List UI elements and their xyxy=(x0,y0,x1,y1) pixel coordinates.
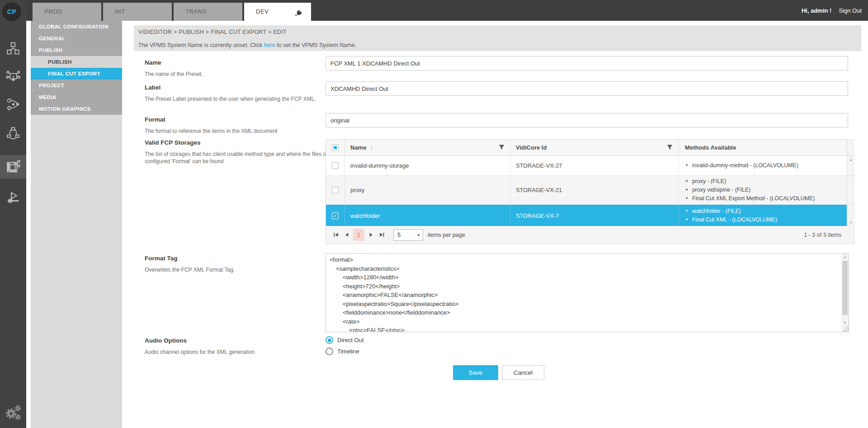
first-page-icon[interactable] xyxy=(330,230,341,240)
last-page-icon[interactable] xyxy=(376,230,387,240)
items-range-label: 1 - 3 of 3 items xyxy=(804,232,841,238)
scroll-down-icon[interactable]: ▼ xyxy=(841,321,849,325)
plug-icon xyxy=(294,7,303,25)
table-row[interactable]: proxy STORAGE-VX-21 proxy - (FILE) proxy… xyxy=(326,176,854,205)
items-per-page-label: items per page xyxy=(428,232,465,238)
tab-int[interactable]: INT xyxy=(103,3,172,21)
label-description: The Preset Label presented to the user w… xyxy=(145,95,350,103)
prev-page-icon[interactable] xyxy=(341,230,352,240)
table-scrollbar xyxy=(847,140,855,155)
page-size-select[interactable]: 5 ▼ xyxy=(393,229,423,241)
table-scrollbar[interactable]: ▲ xyxy=(847,156,855,175)
tab-trans[interactable]: TRANS xyxy=(174,3,242,21)
sidebar-item-project[interactable]: PROJECT xyxy=(31,80,122,91)
storages-label: Valid FCP Storages xyxy=(145,139,201,146)
row-checkbox[interactable] xyxy=(332,162,339,169)
format-tag-editor: <format> <samplecharacteristics> <width>… xyxy=(326,253,849,332)
top-bar: PROD INT TRANS DEV Hi, admin ! Sign Out xyxy=(0,0,868,21)
save-button[interactable]: Save xyxy=(453,365,498,380)
vpms-notice: The VPMS System Name is currently unset.… xyxy=(138,42,356,48)
filter-icon[interactable] xyxy=(499,145,505,151)
row-checkbox[interactable] xyxy=(332,187,339,193)
sort-asc-icon: ↑ xyxy=(370,144,373,151)
tab-prod[interactable]: PROD xyxy=(33,3,101,21)
sidebar-item-general[interactable]: GENERAL xyxy=(31,33,122,44)
user-greeting: Hi, admin ! xyxy=(802,7,831,14)
next-page-icon[interactable] xyxy=(365,230,376,240)
name-input[interactable] xyxy=(326,56,848,71)
table-scrollbar[interactable]: ▼ xyxy=(847,205,855,226)
user-area: Hi, admin ! Sign Out xyxy=(802,0,862,21)
video-editor-icon[interactable] xyxy=(0,155,26,179)
sidebar-item-motion-graphics[interactable]: MOTION GRAPHICS xyxy=(31,103,122,115)
column-header-methods: Methods Available xyxy=(679,140,847,155)
format-label: Format xyxy=(145,116,165,123)
interactive-config-icon[interactable] xyxy=(0,65,26,89)
sign-out-link[interactable]: Sign Out xyxy=(839,7,862,14)
sidebar-item-publish[interactable]: PUBLISH xyxy=(31,44,122,56)
filter-icon[interactable] xyxy=(667,145,673,151)
sidebar-item-media[interactable]: MEDIA xyxy=(31,91,122,103)
vpms-here-link[interactable]: here xyxy=(264,42,275,48)
app-root: PROD INT TRANS DEV Hi, admin ! Sign Out xyxy=(0,0,868,428)
audio-options-label: Audio Options xyxy=(145,337,187,344)
storages-table: Name ↑ VidiCore Id Methods Available inv… xyxy=(326,139,854,227)
name-label: Name xyxy=(145,59,161,66)
table-header-row: Name ↑ VidiCore Id Methods Available xyxy=(326,140,854,156)
textarea-scrollbar[interactable]: ▲ ▼ xyxy=(841,254,849,332)
scrollbar-thumb[interactable] xyxy=(842,261,848,315)
radio-timeline[interactable]: Timeline xyxy=(326,348,359,355)
table-row-selected[interactable]: ✓ watchfolder STORAGE-VX-7 watchfolder -… xyxy=(326,205,854,226)
sidebar-menu: GLOBAL CONFIGURATION GENERAL PUBLISH PUB… xyxy=(31,21,122,428)
cancel-button[interactable]: Cancel xyxy=(502,365,544,380)
settings-gears-icon[interactable] xyxy=(0,400,26,424)
radio-direct-out[interactable]: Direct Out xyxy=(326,336,364,344)
scroll-up-icon[interactable]: ▲ xyxy=(841,255,849,259)
sidebar-subitem-publish[interactable]: PUBLISH xyxy=(31,56,122,68)
label-input[interactable] xyxy=(326,81,848,96)
pagination-bar: 1 5 ▼ items per page 1 - 3 of 3 items xyxy=(326,226,854,244)
sidebar-item-global-configuration[interactable]: GLOBAL CONFIGURATION xyxy=(31,21,122,33)
assets-icon[interactable] xyxy=(0,37,26,61)
format-tag-textarea[interactable]: <format> <samplecharacteristics> <width>… xyxy=(326,253,849,332)
workflow-icon[interactable] xyxy=(0,93,26,117)
player-icon[interactable] xyxy=(0,186,26,210)
table-row[interactable]: invalid-dummy-storage STORAGE-VX-27 inva… xyxy=(326,156,854,176)
name-description: The name of the Preset. xyxy=(145,71,357,78)
breadcrumb: VIDIEDITOR > PUBLISH > FINAL CUT EXPORT … xyxy=(138,29,287,35)
tab-dev[interactable]: DEV xyxy=(244,3,311,21)
radio-selected-icon[interactable] xyxy=(326,336,333,344)
format-input[interactable] xyxy=(326,113,848,127)
radio-unselected-icon[interactable] xyxy=(326,348,333,355)
scroll-up-icon[interactable]: ▲ xyxy=(847,158,855,162)
current-page-button[interactable]: 1 xyxy=(353,229,364,241)
column-header-vidicore-id[interactable]: VidiCore Id xyxy=(510,140,679,155)
select-all-checkbox[interactable] xyxy=(332,144,339,151)
label-label: Label xyxy=(145,84,160,91)
format-tag-label: Format Tag xyxy=(145,255,178,262)
avatar: CP xyxy=(2,2,21,21)
icon-rail xyxy=(0,0,26,428)
caret-down-icon: ▼ xyxy=(417,233,420,237)
header-band: VIDIEDITOR > PUBLISH > FINAL CUT EXPORT … xyxy=(134,25,861,51)
table-scrollbar[interactable] xyxy=(847,176,855,204)
column-header-name[interactable]: Name ↑ xyxy=(345,140,510,155)
format-description: The format to reference the items in the… xyxy=(145,127,357,135)
collaboration-icon[interactable] xyxy=(0,121,26,145)
scroll-down-icon[interactable]: ▼ xyxy=(847,221,855,225)
sidebar-subitem-final-cut-export[interactable]: FINAL CUT EXPORT xyxy=(31,68,122,80)
row-checkbox-checked[interactable]: ✓ xyxy=(332,212,339,219)
